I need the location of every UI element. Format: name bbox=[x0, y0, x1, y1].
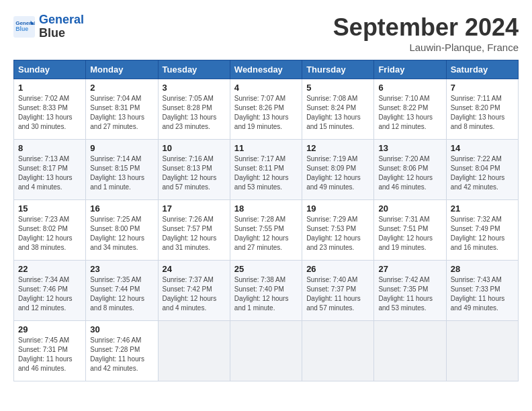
day-detail: Sunrise: 7:34 AM Sunset: 7:46 PM Dayligh… bbox=[18, 275, 81, 313]
day-number: 27 bbox=[378, 264, 441, 274]
day-number: 6 bbox=[378, 83, 441, 93]
day-number: 18 bbox=[234, 203, 298, 214]
day-detail: Sunrise: 7:26 AM Sunset: 7:57 PM Dayligh… bbox=[163, 215, 226, 253]
day-detail: Sunrise: 7:05 AM Sunset: 8:28 PM Dayligh… bbox=[163, 94, 226, 132]
calendar-cell: 7Sunrise: 7:11 AM Sunset: 8:20 PM Daylig… bbox=[446, 79, 518, 140]
day-detail: Sunrise: 7:20 AM Sunset: 8:06 PM Dayligh… bbox=[378, 154, 441, 192]
day-detail: Sunrise: 7:25 AM Sunset: 8:00 PM Dayligh… bbox=[90, 215, 153, 253]
calendar-cell: 25Sunrise: 7:38 AM Sunset: 7:40 PM Dayli… bbox=[230, 261, 302, 321]
location: Lauwin-Planque, France bbox=[333, 42, 519, 53]
day-number: 12 bbox=[306, 143, 369, 153]
logo-icon: General Blue bbox=[13, 16, 35, 38]
weekday-header-friday: Friday bbox=[374, 60, 446, 79]
calendar-cell: 23Sunrise: 7:35 AM Sunset: 7:44 PM Dayli… bbox=[86, 261, 158, 321]
day-number: 20 bbox=[378, 203, 441, 214]
calendar-cell bbox=[230, 321, 302, 381]
day-detail: Sunrise: 7:14 AM Sunset: 8:15 PM Dayligh… bbox=[90, 154, 153, 192]
weekday-header-saturday: Saturday bbox=[446, 60, 518, 79]
day-number: 25 bbox=[234, 264, 298, 274]
calendar-week-row: 15Sunrise: 7:23 AM Sunset: 8:02 PM Dayli… bbox=[14, 200, 519, 261]
calendar-cell: 11Sunrise: 7:17 AM Sunset: 8:11 PM Dayli… bbox=[230, 140, 302, 200]
calendar-cell: 12Sunrise: 7:19 AM Sunset: 8:09 PM Dayli… bbox=[302, 140, 374, 200]
calendar-cell bbox=[158, 321, 230, 381]
day-detail: Sunrise: 7:10 AM Sunset: 8:22 PM Dayligh… bbox=[378, 94, 441, 132]
svg-text:Blue: Blue bbox=[15, 26, 28, 32]
calendar-cell: 26Sunrise: 7:40 AM Sunset: 7:37 PM Dayli… bbox=[302, 261, 374, 321]
day-number: 9 bbox=[90, 143, 153, 153]
day-number: 8 bbox=[18, 143, 81, 153]
calendar-cell: 17Sunrise: 7:26 AM Sunset: 7:57 PM Dayli… bbox=[158, 200, 230, 261]
day-detail: Sunrise: 7:13 AM Sunset: 8:17 PM Dayligh… bbox=[18, 154, 81, 192]
weekday-header-sunday: Sunday bbox=[14, 60, 86, 79]
calendar-cell bbox=[302, 321, 374, 381]
calendar-cell: 15Sunrise: 7:23 AM Sunset: 8:02 PM Dayli… bbox=[14, 200, 86, 261]
day-detail: Sunrise: 7:29 AM Sunset: 7:53 PM Dayligh… bbox=[306, 215, 369, 253]
calendar-cell: 21Sunrise: 7:32 AM Sunset: 7:49 PM Dayli… bbox=[446, 200, 518, 261]
calendar-cell: 28Sunrise: 7:43 AM Sunset: 7:33 PM Dayli… bbox=[446, 261, 518, 321]
day-number: 2 bbox=[90, 83, 153, 93]
day-detail: Sunrise: 7:16 AM Sunset: 8:13 PM Dayligh… bbox=[163, 154, 226, 192]
calendar-cell: 8Sunrise: 7:13 AM Sunset: 8:17 PM Daylig… bbox=[14, 140, 86, 200]
day-number: 16 bbox=[90, 203, 153, 214]
day-number: 26 bbox=[306, 264, 369, 274]
title-block: September 2024 Lauwin-Planque, France bbox=[333, 13, 519, 53]
day-number: 22 bbox=[18, 264, 81, 274]
calendar-cell: 1Sunrise: 7:02 AM Sunset: 8:33 PM Daylig… bbox=[14, 79, 86, 140]
page-header: General Blue GeneralBlue September 2024 … bbox=[13, 13, 519, 53]
calendar-cell: 4Sunrise: 7:07 AM Sunset: 8:26 PM Daylig… bbox=[230, 79, 302, 140]
calendar-cell: 20Sunrise: 7:31 AM Sunset: 7:51 PM Dayli… bbox=[374, 200, 446, 261]
calendar-cell: 22Sunrise: 7:34 AM Sunset: 7:46 PM Dayli… bbox=[14, 261, 86, 321]
calendar-cell: 16Sunrise: 7:25 AM Sunset: 8:00 PM Dayli… bbox=[86, 200, 158, 261]
calendar-cell: 13Sunrise: 7:20 AM Sunset: 8:06 PM Dayli… bbox=[374, 140, 446, 200]
day-number: 4 bbox=[234, 83, 298, 93]
day-number: 29 bbox=[18, 324, 81, 334]
calendar-cell bbox=[374, 321, 446, 381]
logo-text: GeneralBlue bbox=[39, 13, 84, 40]
day-detail: Sunrise: 7:07 AM Sunset: 8:26 PM Dayligh… bbox=[234, 94, 298, 132]
calendar-cell: 24Sunrise: 7:37 AM Sunset: 7:42 PM Dayli… bbox=[158, 261, 230, 321]
day-number: 13 bbox=[378, 143, 441, 153]
calendar-cell: 9Sunrise: 7:14 AM Sunset: 8:15 PM Daylig… bbox=[86, 140, 158, 200]
day-detail: Sunrise: 7:17 AM Sunset: 8:11 PM Dayligh… bbox=[234, 154, 298, 192]
day-number: 24 bbox=[163, 264, 226, 274]
weekday-header-tuesday: Tuesday bbox=[158, 60, 230, 79]
weekday-header-monday: Monday bbox=[86, 60, 158, 79]
day-number: 14 bbox=[451, 143, 514, 153]
day-detail: Sunrise: 7:31 AM Sunset: 7:51 PM Dayligh… bbox=[378, 215, 441, 253]
day-detail: Sunrise: 7:42 AM Sunset: 7:35 PM Dayligh… bbox=[378, 275, 441, 313]
calendar-cell: 5Sunrise: 7:08 AM Sunset: 8:24 PM Daylig… bbox=[302, 79, 374, 140]
calendar-cell: 27Sunrise: 7:42 AM Sunset: 7:35 PM Dayli… bbox=[374, 261, 446, 321]
day-detail: Sunrise: 7:32 AM Sunset: 7:49 PM Dayligh… bbox=[451, 215, 514, 253]
day-detail: Sunrise: 7:46 AM Sunset: 7:28 PM Dayligh… bbox=[90, 336, 153, 373]
day-number: 5 bbox=[306, 83, 369, 93]
day-number: 11 bbox=[234, 143, 298, 153]
day-detail: Sunrise: 7:19 AM Sunset: 8:09 PM Dayligh… bbox=[306, 154, 369, 192]
day-number: 10 bbox=[163, 143, 226, 153]
calendar-cell: 3Sunrise: 7:05 AM Sunset: 8:28 PM Daylig… bbox=[158, 79, 230, 140]
day-number: 15 bbox=[18, 203, 81, 214]
day-number: 19 bbox=[306, 203, 369, 214]
calendar-table: SundayMondayTuesdayWednesdayThursdayFrid… bbox=[13, 60, 519, 381]
calendar-cell: 29Sunrise: 7:45 AM Sunset: 7:31 PM Dayli… bbox=[14, 321, 86, 381]
day-number: 28 bbox=[451, 264, 514, 274]
calendar-cell: 6Sunrise: 7:10 AM Sunset: 8:22 PM Daylig… bbox=[374, 79, 446, 140]
day-detail: Sunrise: 7:22 AM Sunset: 8:04 PM Dayligh… bbox=[451, 154, 514, 192]
calendar-week-row: 22Sunrise: 7:34 AM Sunset: 7:46 PM Dayli… bbox=[14, 261, 519, 321]
day-number: 30 bbox=[90, 324, 153, 334]
day-detail: Sunrise: 7:08 AM Sunset: 8:24 PM Dayligh… bbox=[306, 94, 369, 132]
calendar-week-row: 1Sunrise: 7:02 AM Sunset: 8:33 PM Daylig… bbox=[14, 79, 519, 140]
day-detail: Sunrise: 7:04 AM Sunset: 8:31 PM Dayligh… bbox=[90, 94, 153, 132]
day-number: 21 bbox=[451, 203, 514, 214]
day-number: 7 bbox=[451, 83, 514, 93]
calendar-cell: 2Sunrise: 7:04 AM Sunset: 8:31 PM Daylig… bbox=[86, 79, 158, 140]
calendar-week-row: 8Sunrise: 7:13 AM Sunset: 8:17 PM Daylig… bbox=[14, 140, 519, 200]
weekday-header-wednesday: Wednesday bbox=[230, 60, 302, 79]
calendar-cell bbox=[446, 321, 518, 381]
calendar-cell: 14Sunrise: 7:22 AM Sunset: 8:04 PM Dayli… bbox=[446, 140, 518, 200]
weekday-header-row: SundayMondayTuesdayWednesdayThursdayFrid… bbox=[14, 60, 519, 79]
day-detail: Sunrise: 7:02 AM Sunset: 8:33 PM Dayligh… bbox=[18, 94, 81, 132]
day-detail: Sunrise: 7:28 AM Sunset: 7:55 PM Dayligh… bbox=[234, 215, 298, 253]
day-detail: Sunrise: 7:37 AM Sunset: 7:42 PM Dayligh… bbox=[163, 275, 226, 313]
day-number: 3 bbox=[163, 83, 226, 93]
day-detail: Sunrise: 7:38 AM Sunset: 7:40 PM Dayligh… bbox=[234, 275, 298, 313]
